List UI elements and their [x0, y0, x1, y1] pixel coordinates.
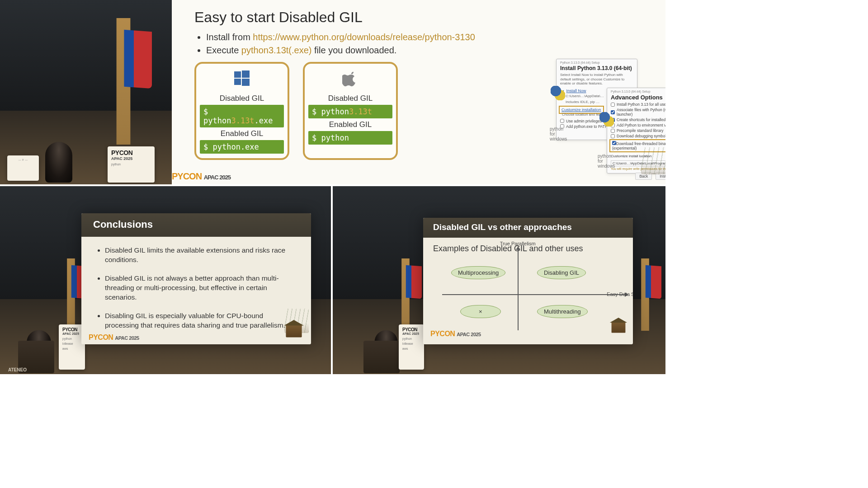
opt-admin: Use admin privileges	[566, 119, 602, 123]
opt-shortcuts: Create shortcuts for installed applicati…	[617, 117, 665, 122]
install-now-link: Install Now	[566, 89, 586, 93]
apple-icon	[308, 69, 392, 91]
banner-bl-host2: aws	[62, 347, 81, 350]
slide-footer-br: PYCON APAC 2025	[430, 330, 481, 338]
photo-bottom-left: PYCON APAC 2025 python billease aws ATEN…	[0, 186, 331, 374]
svg-rect-2	[234, 79, 241, 85]
banner-host: python	[111, 163, 151, 166]
b2-suffix: file you downloaded.	[311, 45, 396, 55]
axis-x	[442, 294, 627, 295]
svg-rect-1	[242, 70, 250, 78]
slide-approaches: Disabled GIL vs other approaches Example…	[423, 218, 633, 344]
conclusion-item-3: Disabling GIL is especially valuable for…	[105, 311, 296, 330]
hut-br	[612, 321, 626, 333]
slide-bullets: Install from https://www.python.org/down…	[194, 32, 659, 56]
svg-rect-3	[242, 79, 250, 86]
mac-cmd-enabled: $ python	[308, 131, 392, 145]
svg-rect-0	[234, 71, 241, 78]
installer2-title: Advanced Options	[611, 94, 665, 101]
card-windows: Disabled GIL $ python3.13t.exe Enabled G…	[194, 62, 289, 160]
banner-br-host2: aws	[402, 347, 420, 350]
bubble-multithreading: Multithreading	[537, 305, 588, 318]
flag-ph	[117, 18, 131, 145]
mac-disabled-label: Disabled GIL	[308, 94, 392, 103]
win1-titlebar: Python 3.13.0 (64-bit) Setup	[560, 61, 633, 64]
slide-footer-brand: PYCON APAC 2025	[172, 171, 231, 182]
venue-logo: ATENEO	[8, 367, 27, 372]
opt-env: Add Python to environment variables	[617, 123, 665, 127]
banner-br-py: python	[402, 337, 420, 340]
banner-edition: APAC 2025	[111, 156, 151, 161]
slide-footer-bl: PYCON APAC 2025	[89, 333, 139, 342]
pfw-label-1: python for windows	[550, 127, 567, 141]
win-cmd-disabled: $ python3.13t.exe	[200, 105, 284, 127]
conclusions-list: Disabled GIL limits the available extens…	[97, 246, 296, 330]
stage-banner-left: — ⚘ —	[7, 155, 39, 181]
flag-ph-br2	[641, 258, 649, 331]
conclusions-title: Conclusions	[81, 213, 311, 237]
banner-br-brand: PYCON	[402, 327, 420, 332]
banner-br-host: billease	[402, 342, 420, 345]
banner-brand: PYCON	[111, 149, 151, 156]
chk-allusers	[611, 103, 615, 107]
presenter	[45, 142, 72, 183]
chk-admin	[560, 119, 564, 123]
python-icon-2	[599, 112, 614, 127]
opt-precompile: Precompile standard library	[617, 128, 663, 133]
win-disabled-label: Disabled GIL	[200, 94, 284, 103]
approaches-title: Disabled GIL vs other approaches	[423, 218, 633, 238]
banner-bl-brand: PYCON	[62, 327, 81, 332]
flag-ph-br1	[401, 258, 410, 331]
slide-easy-start: Easy to start Disabled GIL Install from …	[172, 0, 665, 184]
mac-cmd-disabled: $ python3.13t	[308, 105, 392, 118]
bubble-disabling-gil: Disabling GIL	[537, 266, 586, 279]
conclusion-item-2: Disabled GIL is not always a better appr…	[105, 274, 296, 302]
bubble-empty: ×	[460, 305, 501, 318]
banner-bl-host: billease	[62, 342, 81, 345]
flag-ph-bl	[67, 258, 75, 331]
windows-icon	[200, 69, 284, 91]
photo-bottom-right: PYCON APAC 2025 python billease aws Disa…	[333, 186, 665, 374]
banner-bl-py: python	[62, 337, 81, 340]
banner-br-edition: APAC 2025	[402, 332, 420, 335]
chk-debugsym	[611, 134, 615, 138]
banner-bl-edition: APAC 2025	[62, 332, 81, 335]
card-macos: Disabled GIL $ python3.13t Enabled GIL $…	[303, 62, 398, 160]
bubble-multiprocessing: Multiprocessing	[451, 266, 505, 279]
chk-freethread	[612, 141, 616, 145]
customize-install-hl: Customize installation	[560, 107, 603, 113]
quadrant-chart: True Parallelism Easy Data Sharing Multi…	[442, 258, 614, 330]
axis-x-label: Easy Data Sharing	[607, 291, 633, 297]
stage-banner-pycon: PYCON APAC 2025 python	[108, 146, 155, 183]
slide-conclusions: Conclusions Disabled GIL limits the avai…	[81, 213, 311, 344]
win2-titlebar: Python 3.13.0 (64-bit) Setup	[611, 90, 665, 93]
python-icon-1	[551, 86, 565, 100]
download-link: https://www.python.org/downloads/release…	[253, 32, 475, 42]
slide-title: Easy to start Disabled GIL	[194, 9, 659, 26]
b1-prefix: Install from	[206, 32, 253, 42]
photo-top: — ⚘ — PYCON APAC 2025 python Easy to sta…	[0, 0, 665, 184]
b2-prefix: Execute	[206, 45, 241, 55]
installer1-title: Install Python 3.13.0 (64-bit)	[560, 65, 633, 71]
mac-enabled-label: Enabled GIL	[308, 120, 392, 129]
stage-banner-br: PYCON APAC 2025 python billease aws	[399, 324, 424, 370]
axis-y	[518, 247, 519, 330]
installer1-sub: Select Install Now to install Python wit…	[560, 73, 633, 86]
chk-precompile	[611, 129, 615, 133]
podium-br	[363, 341, 400, 373]
win-enabled-label: Enabled GIL	[200, 129, 284, 138]
bamboo-decor	[641, 147, 665, 174]
pfw-label-2: python for windows	[598, 154, 615, 169]
b2-cmd: python3.13t(.exe)	[241, 45, 312, 55]
opt-debugsym: Download debugging symbols	[617, 134, 665, 138]
opt-assoc: Associate files with Python (requires th…	[617, 108, 665, 117]
win-cmd-enabled: $ python.exe	[200, 140, 284, 154]
axis-y-label: True Parallelism	[500, 241, 536, 246]
conclusion-item-1: Disabled GIL limits the available extens…	[105, 246, 296, 265]
hut-bl	[286, 324, 302, 338]
opt-allusers: Install Python 3.13 for all users	[617, 102, 665, 107]
